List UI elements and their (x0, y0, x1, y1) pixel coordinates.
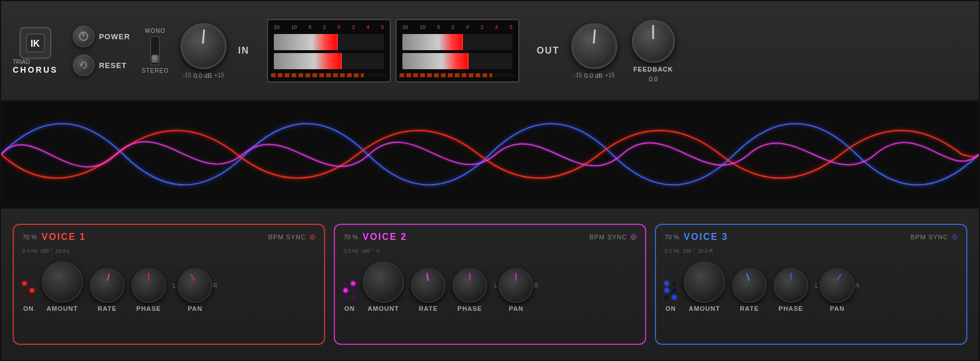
in-knob[interactable] (180, 23, 227, 69)
v3-bpm-sync: BPM SYNC (911, 234, 958, 240)
power-btn-icon[interactable] (73, 25, 95, 47)
v3-on-label: ON (665, 305, 676, 312)
v2-phase-section: PHASE (453, 268, 487, 312)
v1-r-label: R (213, 283, 217, 289)
app-title: TRIAD CHORUS (13, 59, 58, 74)
v1-pan-label: PAN (188, 305, 202, 312)
v2-freq: 0.3 Hz (344, 248, 359, 254)
vu-bars-left (271, 31, 387, 53)
voice-panel-3: 70 % VOICE 3 BPM SYNC 0.2 Hz 180 ° 10.0 … (655, 224, 967, 345)
svg-marker-4 (81, 63, 83, 67)
vu-bar-bottom-container (271, 53, 387, 72)
v2-percent: 70 % (344, 234, 358, 240)
v1-phase-knob[interactable] (131, 268, 166, 303)
v1-bpm-label: BPM SYNC (269, 234, 306, 240)
triad-label: TRIAD (13, 59, 58, 65)
vu-bar-right-bottom-container (399, 53, 515, 72)
v2-led-2 (351, 281, 355, 285)
v2-amount-label: AMOUNT (368, 305, 399, 312)
v2-pan-label: PAN (509, 305, 523, 312)
v2-r-label: R (534, 283, 538, 289)
vu-scale-right: 201052 0245 (399, 23, 515, 31)
v2-pan-knob[interactable] (499, 268, 533, 303)
v2-led-6 (351, 295, 355, 299)
v3-phase-label: PHASE (779, 305, 804, 312)
v3-percent: 70 % (665, 234, 679, 240)
v1-led-1 (22, 281, 27, 285)
v3-amount-label: AMOUNT (689, 305, 720, 312)
voice-2-name: VOICE 2 (363, 232, 407, 242)
v1-amount-knob[interactable] (42, 261, 83, 303)
v1-amount-label: AMOUNT (47, 305, 78, 312)
vu-meters: 201052 0245 (267, 19, 519, 82)
v1-phase-label: PHASE (137, 305, 161, 312)
v3-rate-knob[interactable] (732, 268, 767, 303)
v2-rate-label: RATE (419, 305, 438, 312)
reset-button[interactable]: RESET (73, 54, 127, 76)
v3-pan-section: L R PAN (815, 268, 860, 312)
v1-led-3 (22, 288, 27, 292)
feedback-knob[interactable] (632, 20, 675, 63)
v3-amount-section: AMOUNT (684, 261, 725, 312)
mono-stereo-toggle[interactable] (150, 36, 160, 65)
v1-amount-section: AMOUNT (42, 261, 83, 312)
reset-btn-icon[interactable] (73, 54, 95, 76)
v2-phase-label: PHASE (458, 305, 483, 312)
v2-rate-knob[interactable] (411, 268, 446, 303)
main-container: IK TRIAD CHORUS POWER (0, 0, 980, 361)
v3-pan-label: PAN (830, 305, 845, 312)
v1-on-label: ON (23, 305, 34, 312)
v1-pan-knob[interactable] (178, 268, 212, 303)
v2-phase-knob[interactable] (453, 268, 487, 303)
v2-pan-section: L R PAN (494, 268, 538, 312)
v1-l-label: L (173, 283, 176, 289)
v2-led-5 (344, 295, 348, 299)
v1-bpm-sync: BPM SYNC (269, 234, 315, 240)
v3-amount-knob[interactable] (684, 261, 725, 303)
voice-panel-1: 70 % VOICE 1 BPM SYNC 0.4 Hz 180 ° 10.0 … (13, 224, 325, 345)
v3-led-4 (672, 288, 676, 292)
v1-pan-section: L R PAN (173, 268, 217, 312)
v3-led-1 (665, 281, 669, 285)
v1-phase-section: PHASE (131, 268, 166, 312)
vu-bar-right-top (402, 34, 512, 50)
v3-pan-knob[interactable] (820, 268, 854, 303)
v3-bpm-dot[interactable] (952, 234, 958, 240)
out-knob-section: -15 0.0 dB +15 (571, 23, 617, 79)
mono-label: MONO (145, 28, 165, 34)
v1-bpm-dot[interactable] (310, 234, 315, 240)
v3-r-label: R (855, 283, 860, 289)
vu-meter-left: 201052 0245 (267, 19, 391, 82)
vu-bar-top (274, 34, 384, 50)
vu-bar-right-top-container (399, 31, 515, 53)
v1-rate-label: RATE (97, 305, 116, 312)
v3-led-5 (665, 295, 669, 299)
logo-section: IK TRIAD CHORUS (13, 27, 58, 74)
vu-bar-right-bottom (402, 53, 512, 69)
v3-phase-knob[interactable] (774, 268, 808, 303)
v2-pan-val: C (376, 248, 380, 254)
v3-pan-val: 10.0 R (698, 248, 713, 254)
v1-percent: 70 % (22, 234, 37, 240)
out-plus-label: +15 (605, 72, 615, 78)
stereo-label: STEREO (142, 67, 169, 74)
waveform-section (1, 102, 979, 209)
v1-led-5 (22, 295, 27, 299)
in-plus-label: +15 (214, 72, 224, 78)
v1-led-2 (30, 281, 34, 285)
voice-panel-2: 70 % VOICE 2 BPM SYNC 0.3 Hz 180 ° C (334, 224, 646, 345)
v1-phase-val: 180 ° (40, 248, 52, 254)
v1-rate-knob[interactable] (90, 268, 125, 303)
voice-3-name: VOICE 3 (684, 232, 728, 242)
out-label: OUT (537, 46, 560, 56)
in-minus-label: -15 (183, 72, 191, 78)
v3-l-label: L (815, 283, 819, 289)
v2-amount-knob[interactable] (363, 261, 404, 303)
vu-meter-right: 201052 0245 (395, 19, 519, 82)
out-knob[interactable] (571, 23, 617, 69)
v2-on-label: ON (344, 305, 355, 312)
power-button[interactable]: POWER (73, 25, 130, 47)
v2-bpm-dot[interactable] (631, 234, 636, 240)
feedback-value: 0.0 (649, 76, 658, 82)
v2-rate-section: RATE (411, 268, 446, 312)
